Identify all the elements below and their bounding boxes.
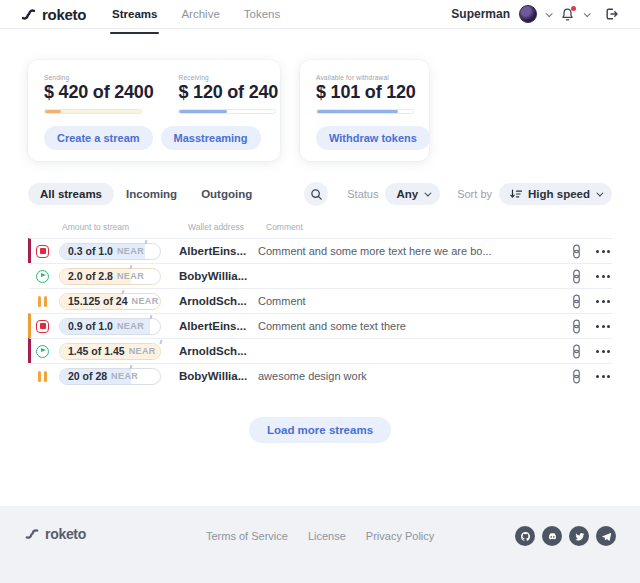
stream-status-icon (36, 345, 49, 358)
nav-item-streams[interactable]: Streams (112, 0, 157, 28)
footer-brand-name: roketo (45, 526, 86, 542)
nav-item-archive[interactable]: Archive (181, 0, 219, 28)
sending-label: Sending (44, 74, 153, 81)
stream-status-icon (36, 320, 49, 333)
status-chevron-down-icon (425, 189, 432, 196)
amount-progress-pill: 20 of 28 NEAR (59, 368, 161, 385)
stream-comment: awesome design work (258, 370, 562, 382)
more-options-icon[interactable] (596, 247, 610, 256)
create-stream-button[interactable]: Create a stream (44, 126, 153, 150)
more-options-icon[interactable] (596, 297, 610, 306)
receiving-label: Receiving (178, 74, 278, 81)
speed-tick (159, 339, 162, 343)
sending-stat: Sending $ 420 of 2400 (44, 74, 153, 114)
filter-controls: Status Any Sort by High speed (347, 183, 612, 205)
amount-value: 1.45 of 1.45 (68, 345, 125, 357)
stream-status-icon (36, 295, 49, 308)
stream-comment: Comment and some more text here we are b… (258, 245, 562, 257)
twitter-icon[interactable] (569, 526, 589, 546)
account-chevron-down-icon[interactable] (546, 10, 553, 17)
telegram-icon[interactable] (596, 526, 616, 546)
roketo-logo-icon (20, 6, 37, 23)
load-more-button[interactable]: Load more streams (249, 417, 391, 443)
token-symbol: NEAR (117, 321, 144, 331)
header-comment: Comment (266, 222, 612, 232)
table-row[interactable]: 15.125 of 24 NEAR ArnoldSch... Comment (28, 288, 612, 313)
copy-link-icon[interactable] (570, 269, 583, 284)
more-options-icon[interactable] (596, 322, 610, 331)
tab-incoming[interactable]: Incoming (114, 183, 189, 205)
discord-icon[interactable] (542, 526, 562, 546)
wallet-address: BobyWillia... (179, 270, 257, 282)
token-symbol: NEAR (111, 371, 138, 381)
sending-progress-bar (44, 109, 142, 114)
amount-value: 2.0 of 2.8 (68, 270, 113, 282)
amount-value: 20 of 28 (68, 370, 107, 382)
token-symbol: NEAR (117, 271, 144, 281)
license-link[interactable]: License (308, 530, 346, 542)
row-actions (570, 269, 610, 284)
privacy-link[interactable]: Privacy Policy (366, 530, 434, 542)
wallet-address: BobyWillia... (179, 370, 257, 382)
withdrawal-label: Available for withdrawal (316, 74, 413, 81)
tab-outgoing[interactable]: Outgoing (189, 183, 264, 205)
sort-chevron-down-icon (596, 189, 603, 196)
table-row[interactable]: 0.3 of 1.0 NEAR AlbertEins... Comment an… (28, 238, 612, 263)
table-row[interactable]: 20 of 28 NEAR BobyWillia... awesome desi… (28, 363, 612, 388)
logo[interactable]: roketo (20, 6, 86, 23)
sort-dropdown[interactable]: High speed (499, 183, 612, 205)
copy-link-icon[interactable] (570, 369, 583, 384)
receiving-progress-bar (178, 109, 276, 114)
masstreaming-button[interactable]: Masstreaming (161, 126, 261, 150)
notifications-button[interactable] (560, 7, 575, 22)
username: Superman (451, 7, 510, 21)
table-row[interactable]: 2.0 of 2.8 NEAR BobyWillia... (28, 263, 612, 288)
notifications-chevron-down-icon[interactable] (584, 10, 591, 17)
table-header: Amount to stream Wallet address Comment (28, 218, 612, 238)
roketo-logo-icon (24, 526, 40, 542)
search-icon (310, 188, 323, 201)
token-symbol: NEAR (132, 296, 159, 306)
more-options-icon[interactable] (596, 272, 610, 281)
withdrawal-amount: $ 101 of 120 (316, 82, 413, 103)
terms-link[interactable]: Terms of Service (206, 530, 288, 542)
amount-value: 0.3 of 1.0 (68, 245, 113, 257)
receiving-stat: Receiving $ 120 of 240 (178, 74, 278, 114)
copy-link-icon[interactable] (570, 319, 583, 334)
github-icon[interactable] (515, 526, 535, 546)
sort-value: High speed (528, 188, 590, 200)
status-dropdown[interactable]: Any (385, 183, 440, 205)
amount-value: 15.125 of 24 (68, 295, 128, 307)
sending-amount: $ 420 of 2400 (44, 82, 153, 103)
tab-all-streams[interactable]: All streams (28, 183, 114, 205)
main-nav: Streams Archive Tokens (112, 0, 280, 28)
avatar[interactable] (519, 5, 537, 23)
copy-link-icon[interactable] (570, 294, 583, 309)
copy-link-icon[interactable] (570, 244, 583, 259)
roketo-app: roketo Streams Archive Tokens Superman (0, 0, 640, 583)
stream-status-icon (36, 270, 49, 283)
more-options-icon[interactable] (596, 372, 610, 381)
logout-icon (604, 6, 620, 22)
footer-logo[interactable]: roketo (24, 526, 86, 542)
search-button[interactable] (304, 182, 328, 206)
nav-item-tokens[interactable]: Tokens (244, 0, 280, 28)
footer-social (515, 526, 616, 546)
footer: roketo Terms of Service License Privacy … (0, 506, 640, 583)
table-row[interactable]: 0.9 of 1.0 NEAR AlbertEins... Comment an… (28, 313, 612, 338)
summary-cards: Sending $ 420 of 2400 Receiving $ 120 of… (28, 60, 612, 161)
logout-button[interactable] (604, 6, 620, 22)
wallet-address: ArnoldSch... (179, 345, 257, 357)
amount-progress-pill: 0.9 of 1.0 NEAR (59, 318, 161, 335)
account-area: Superman (451, 5, 620, 23)
status-value: Any (396, 188, 418, 200)
more-options-icon[interactable] (596, 347, 610, 356)
amount-progress-pill: 1.45 of 1.45 NEAR (59, 343, 161, 360)
amount-progress-pill: 0.3 of 1.0 NEAR (59, 243, 161, 260)
copy-link-icon[interactable] (570, 344, 583, 359)
row-actions (570, 369, 610, 384)
amount-progress-pill: 15.125 of 24 NEAR (59, 293, 161, 310)
table-row[interactable]: 1.45 of 1.45 NEAR ArnoldSch... (28, 338, 612, 363)
wallet-address: AlbertEins... (179, 245, 257, 257)
withdraw-tokens-button[interactable]: Withdraw tokens (316, 126, 430, 150)
